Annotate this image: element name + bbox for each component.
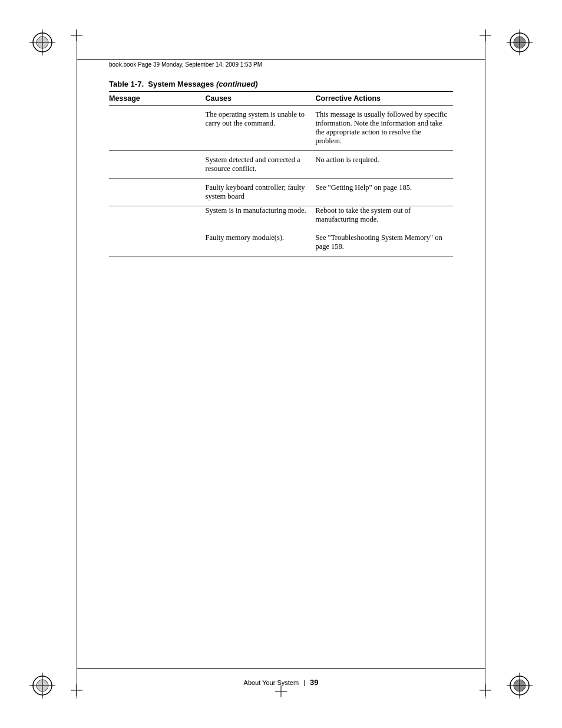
- cell-causes-2: System detected and corrected a resource…: [206, 151, 316, 179]
- cell-actions-4: Reboot to take the system out of manufac…: [315, 206, 453, 229]
- cell-causes-3: Faulty keyboard controller; faulty syste…: [206, 179, 316, 206]
- cell-actions-2: No action is required.: [315, 151, 453, 179]
- header-file-info: book.book Page 39 Monday, September 14, …: [109, 61, 262, 68]
- corner-mark-tr: [497, 29, 533, 65]
- cell-message-3: [109, 179, 206, 206]
- col-header-causes: Causes: [206, 91, 316, 106]
- right-border: [485, 29, 485, 699]
- cell-causes-1: The operating system is unable to carry …: [206, 106, 316, 151]
- system-messages-table: Message Causes Corrective Actions The op…: [109, 91, 453, 256]
- table-label: System Messages: [148, 80, 214, 88]
- footer-area: About Your System | 39: [0, 678, 562, 687]
- cell-message-2: [109, 151, 206, 179]
- table-row: System detected and corrected a resource…: [109, 151, 453, 179]
- cell-message-4: [109, 206, 206, 229]
- header-rule: [77, 59, 485, 60]
- cell-actions-3: See "Getting Help" on page 185.: [315, 179, 453, 206]
- footer-page-number: 39: [310, 678, 318, 687]
- table-row: Faulty keyboard controller; faulty syste…: [109, 179, 453, 206]
- col-header-message: Message: [109, 91, 206, 106]
- table-row: The operating system is unable to carry …: [109, 106, 453, 151]
- top-right-crosshair: [480, 29, 491, 44]
- footer-label: About Your System: [244, 679, 299, 686]
- cell-actions-1: This message is usually followed by spec…: [315, 106, 453, 151]
- table-title: Table 1-7. System Messages (continued): [109, 80, 453, 88]
- footer-rule: [77, 668, 485, 669]
- table-number: Table 1-7.: [109, 80, 144, 88]
- cell-actions-5: See "Troubleshooting System Memory" on p…: [315, 229, 453, 256]
- cell-message-5: [109, 229, 206, 256]
- cell-message-1: [109, 106, 206, 151]
- cell-causes-5: Faulty memory module(s).: [206, 229, 316, 256]
- left-border: [77, 29, 77, 699]
- cell-causes-4: System is in manufacturing mode.: [206, 206, 316, 229]
- corner-mark-tl: [29, 29, 65, 65]
- top-left-crosshair: [71, 29, 82, 44]
- page: book.book Page 39 Monday, September 14, …: [0, 0, 562, 728]
- table-row: System is in manufacturing mode. Reboot …: [109, 206, 453, 229]
- table-row: Faulty memory module(s). See "Troublesho…: [109, 229, 453, 256]
- bottom-center-crosshair: [275, 686, 287, 700]
- footer-pipe: |: [303, 679, 305, 686]
- table-suffix: (continued): [216, 80, 258, 88]
- col-header-actions: Corrective Actions: [315, 91, 453, 106]
- content-area: Table 1-7. System Messages (continued) M…: [109, 80, 453, 657]
